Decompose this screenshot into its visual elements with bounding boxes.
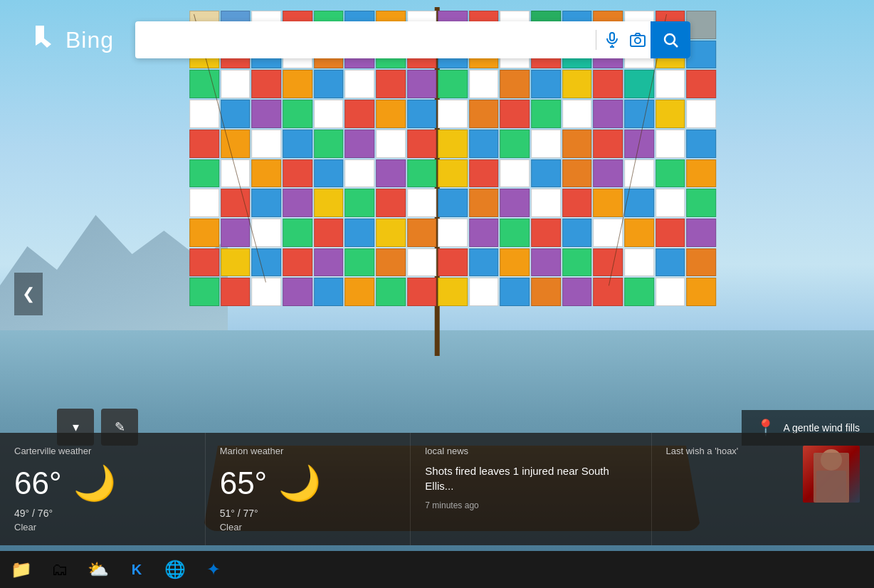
taskbar-item-file-explorer[interactable]: 📁 bbox=[3, 551, 40, 588]
folder-icon: 🗂 bbox=[51, 560, 68, 579]
bing-logo[interactable]: Bing bbox=[28, 23, 114, 57]
weather-card-1[interactable]: Carterville weather 66° 🌙 49° / 76° Clea… bbox=[0, 433, 205, 545]
search-icon bbox=[662, 31, 679, 48]
weather-app-icon: ⛅ bbox=[88, 560, 109, 579]
taskbar-item-edge[interactable]: 🌐 bbox=[157, 551, 194, 588]
walmart-icon: ✦ bbox=[206, 560, 221, 579]
svg-point-4 bbox=[635, 38, 641, 43]
weather-card-1-title: Carterville weather bbox=[14, 446, 191, 456]
svg-rect-0 bbox=[610, 33, 614, 41]
bing-logo-icon bbox=[28, 23, 58, 57]
last-card[interactable]: Last wish a 'hoax' bbox=[651, 433, 874, 545]
weather-card-1-desc: Clear bbox=[14, 522, 191, 532]
caption-text: A gentle wind fills bbox=[784, 422, 860, 434]
credit-card-icon: K bbox=[132, 562, 142, 578]
prev-nav-button[interactable]: ❮ bbox=[14, 273, 43, 315]
taskbar: 📁 🗂 ⛅ K 🌐 ✦ bbox=[0, 551, 874, 588]
weather-card-2-temp: 65° bbox=[220, 468, 268, 499]
header: Bing bbox=[0, 0, 874, 80]
image-search-button[interactable] bbox=[625, 27, 651, 53]
weather-card-2-title: Marion weather bbox=[220, 446, 396, 456]
edge-icon: 🌐 bbox=[164, 560, 186, 579]
search-bar bbox=[135, 21, 690, 58]
weather-card-1-temp: 66° bbox=[14, 468, 62, 499]
news-headline: Shots fired leaves 1 injured near South … bbox=[425, 463, 636, 493]
news-card-title: local news bbox=[425, 446, 636, 456]
search-input[interactable] bbox=[144, 33, 593, 48]
last-card-title: Last wish a 'hoax' bbox=[666, 446, 793, 456]
weather-card-2[interactable]: Marion weather 65° 🌙 51° / 77° Clear bbox=[205, 433, 411, 545]
prev-arrow-icon: ❮ bbox=[22, 285, 35, 303]
voice-search-button[interactable] bbox=[599, 27, 625, 53]
svg-point-5 bbox=[665, 34, 675, 44]
taskbar-item-folder[interactable]: 🗂 bbox=[41, 551, 78, 588]
weather-card-1-icon: 🌙 bbox=[73, 463, 116, 503]
svg-line-6 bbox=[674, 43, 678, 48]
news-time: 7 minutes ago bbox=[425, 500, 636, 510]
weather-card-2-desc: Clear bbox=[220, 522, 396, 532]
taskbar-item-weather[interactable]: ⛅ bbox=[80, 551, 117, 588]
cards-row: Carterville weather 66° 🌙 49° / 76° Clea… bbox=[0, 433, 874, 545]
news-card[interactable]: local news Shots fired leaves 1 injured … bbox=[410, 433, 651, 545]
taskbar-item-walmart[interactable]: ✦ bbox=[195, 551, 232, 588]
last-card-image bbox=[803, 446, 860, 503]
mic-icon bbox=[604, 31, 621, 48]
camera-icon bbox=[629, 31, 646, 48]
weather-card-2-icon: 🌙 bbox=[278, 463, 321, 503]
search-divider bbox=[596, 30, 596, 50]
weather-card-1-range: 49° / 76° bbox=[14, 508, 191, 519]
taskbar-item-card[interactable]: K bbox=[118, 551, 155, 588]
weather-card-2-range: 51° / 77° bbox=[220, 508, 396, 519]
search-button[interactable] bbox=[651, 21, 690, 58]
bing-logo-text: Bing bbox=[65, 27, 114, 53]
last-card-text: Last wish a 'hoax' bbox=[666, 446, 793, 462]
file-explorer-icon: 📁 bbox=[11, 560, 32, 579]
